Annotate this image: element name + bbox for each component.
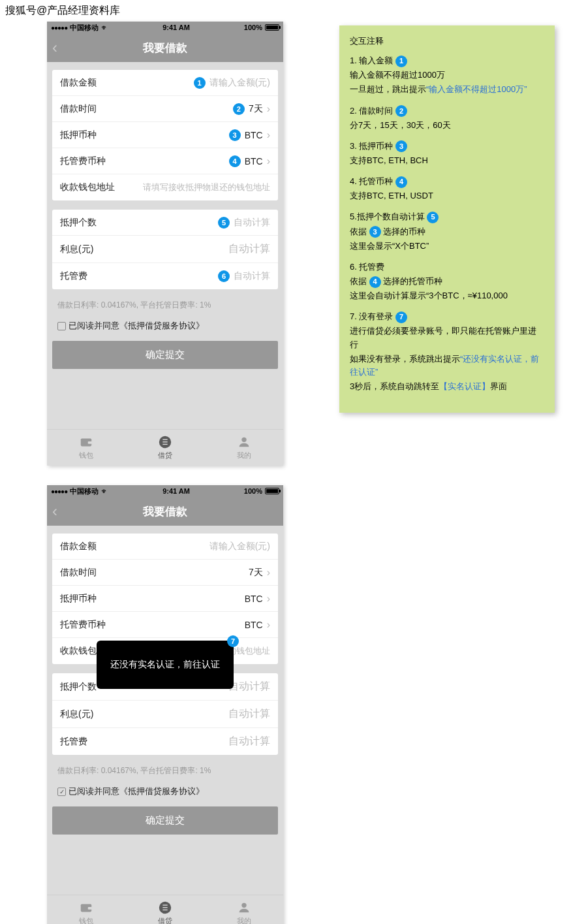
row-coin[interactable]: 抵押币种BTC› (52, 586, 278, 612)
row-wallet[interactable]: 收款钱包地址 请填写接收抵押物退还的钱包地址 (52, 174, 278, 200)
tab-me[interactable]: 我的 (204, 895, 283, 924)
back-icon[interactable]: ‹ (52, 39, 57, 57)
tab-loan[interactable]: 借贷 (126, 895, 205, 924)
tab-bar: 钱包 借贷 我的 (47, 429, 283, 466)
toast: 7 还没有实名认证，前往认证 (97, 641, 234, 689)
tab-wallet[interactable]: 钱包 (47, 430, 126, 466)
chevron-right-icon: › (267, 155, 270, 167)
annot-title: 交互注释 (350, 35, 544, 48)
nav-bar: ‹ 我要借款 (47, 33, 283, 62)
badge-icon: 3 (229, 129, 241, 141)
svg-rect-5 (162, 444, 167, 445)
row-time[interactable]: 借款时间 27天› (52, 96, 278, 122)
submit-button[interactable]: 确定提交 (52, 806, 278, 835)
submit-button[interactable]: 确定提交 (52, 341, 278, 369)
status-time: 9:41 AM (162, 24, 190, 31)
status-bar: ●●●●●中国移动ᯤ 9:41 AM 100% (47, 485, 283, 497)
loan-icon (158, 435, 172, 449)
row-fee-coin[interactable]: 托管费币种BTC› (52, 612, 278, 638)
row-amount[interactable]: 借款金额 1请输入金额(元) (52, 70, 278, 96)
svg-rect-3 (162, 439, 167, 439)
row-amount[interactable]: 借款金额请输入金额(元) (52, 534, 278, 560)
row-time[interactable]: 借款时间7天› (52, 560, 278, 586)
agreement-row[interactable]: 已阅读并同意《抵押借贷服务协议》 (52, 786, 278, 806)
checkbox-icon[interactable] (57, 788, 66, 796)
badge-icon: 5 (218, 217, 230, 229)
phone-mockup-2: ●●●●●中国移动ᯤ 9:41 AM 100% ‹ 我要借款 借款金额请输入金额… (47, 485, 283, 924)
row-interest: 利息(元) 自动计算 (52, 236, 278, 263)
svg-rect-11 (162, 907, 167, 908)
back-icon[interactable]: ‹ (52, 502, 57, 520)
wallet-icon (79, 435, 93, 449)
page-header: 搜狐号@产品经理资料库 (0, 0, 586, 22)
row-fee-coin[interactable]: 托管费币种 4BTC› (52, 148, 278, 174)
row-fee: 托管费 6自动计算 (52, 263, 278, 289)
rate-note: 借款日利率: 0.04167%, 平台托管日费率: 1% (52, 298, 278, 320)
status-bar: ●●●●●中国移动ᯤ 9:41 AM 100% (47, 22, 283, 33)
chevron-right-icon: › (267, 103, 270, 115)
nav-title: 我要借款 (143, 40, 187, 56)
user-icon (237, 435, 251, 449)
agreement-row[interactable]: 已阅读并同意《抵押借贷服务协议》 (52, 320, 278, 341)
svg-rect-4 (162, 441, 167, 442)
badge-icon: 1 (194, 77, 206, 89)
tab-wallet[interactable]: 钱包 (47, 895, 126, 924)
badge-icon: 6 (218, 270, 230, 282)
row-coin[interactable]: 抵押币种 3BTC› (52, 122, 278, 148)
row-count: 抵押个数 5自动计算 (52, 210, 278, 236)
svg-point-13 (241, 903, 246, 908)
svg-rect-10 (162, 904, 167, 905)
svg-point-6 (241, 438, 246, 442)
svg-rect-8 (88, 907, 92, 910)
phone-mockup-1: ●●●●●中国移动ᯤ 9:41 AM 100% ‹ 我要借款 借款金额 1请输入… (47, 22, 283, 466)
badge-icon: 7 (227, 635, 239, 647)
svg-rect-12 (162, 910, 167, 910)
checkbox-icon[interactable] (57, 322, 66, 330)
chevron-right-icon: › (267, 129, 270, 141)
tab-loan[interactable]: 借贷 (126, 430, 205, 466)
badge-icon: 4 (229, 155, 241, 167)
annotation-panel: 交互注释 1. 输入金额 1 输入金额不得超过1000万 一旦超过，跳出提示“输… (339, 25, 555, 413)
badge-icon: 2 (233, 103, 245, 115)
svg-rect-1 (88, 441, 92, 444)
tab-me[interactable]: 我的 (204, 430, 283, 466)
